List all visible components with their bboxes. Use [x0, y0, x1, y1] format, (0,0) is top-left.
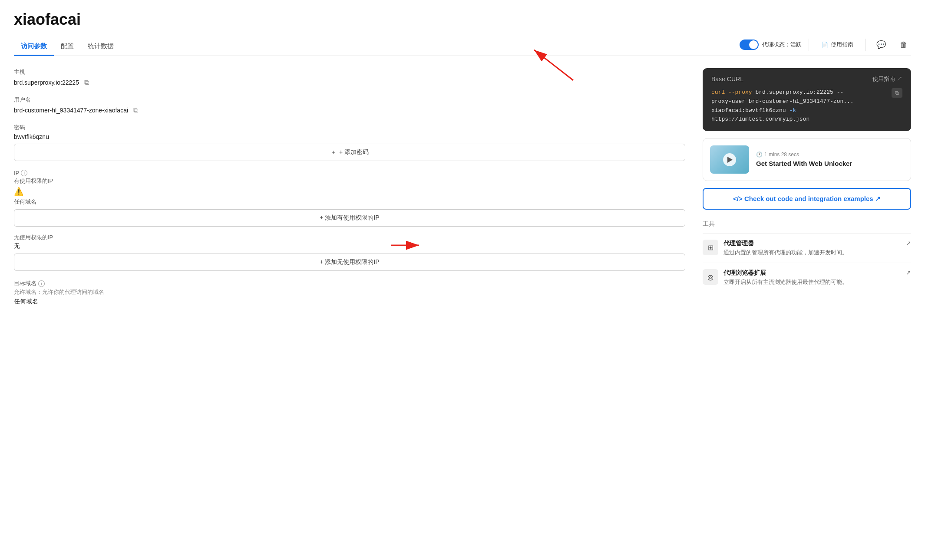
target-domain-label: 目标域名 i	[14, 280, 685, 287]
video-thumbnail	[710, 145, 749, 174]
tools-title: 工具	[703, 220, 911, 228]
tabs-bar: 访问参数 配置 统计数据 代理状态：活跃 📄 使用指南 💬 🗑	[14, 37, 911, 56]
video-title: Get Started With Web Unlocker	[756, 159, 904, 168]
proxy-manager-name: 代理管理器	[723, 240, 901, 247]
browser-ext-content: 代理浏览器扩展 立即开启从所有主流浏览器使用最佳代理的可能。	[723, 269, 901, 286]
add-allowed-ip-button[interactable]: + 添加有使用权限的IP	[14, 209, 685, 227]
browser-ext-arrow[interactable]: ↗	[906, 269, 911, 276]
username-value: brd-customer-hl_93341477-zone-xiaofacai	[14, 107, 128, 114]
ip-info-icon[interactable]: i	[21, 170, 27, 176]
curl-guide-link[interactable]: 使用指南 ↗	[872, 75, 902, 83]
ip-domain-value: 任何域名	[14, 198, 685, 206]
toggle-label: 代理状态：活跃	[762, 41, 802, 49]
video-card[interactable]: 🕐 1 mins 28 secs Get Started With Web Un…	[703, 138, 911, 181]
comment-icon: 💬	[876, 40, 886, 49]
username-copy-button[interactable]: ⧉	[132, 105, 140, 115]
target-domain-desc: 允许域名：允许你的代理访问的域名	[14, 288, 685, 296]
proxy-manager-desc: 通过内置的管理所有代理的功能，加速开发时间。	[723, 249, 901, 257]
comment-button[interactable]: 💬	[873, 37, 889, 52]
delete-icon: 🗑	[900, 40, 908, 49]
code-examples-button[interactable]: </> Check out code and integration examp…	[703, 188, 911, 210]
target-domain-section: 目标域名 i 允许域名：允许你的代理访问的域名 任何域名	[14, 280, 685, 306]
left-panel: 主机 brd.superproxy.io:22225 ⧉ 用户名 brd-cus…	[14, 68, 685, 306]
guide-button[interactable]: 📄 使用指南	[816, 38, 859, 51]
divider-2	[866, 39, 866, 51]
proxy-manager-icon: ⊞	[703, 240, 718, 255]
add-password-button[interactable]: ＋ + 添加密码	[14, 144, 685, 161]
host-label: 主机	[14, 68, 685, 76]
tools-section: 工具 ⊞ 代理管理器 通过内置的管理所有代理的功能，加速开发时间。 ↗ ◎ 代理…	[703, 220, 911, 292]
host-value-row: brd.superproxy.io:22225 ⧉	[14, 78, 685, 87]
ip-label: IP i	[14, 170, 685, 176]
page-container: xiaofacai 访问参数 配置 统计数据 代理状态：活跃 📄 使用指南 💬 …	[0, 0, 925, 316]
tool-proxy-manager: ⊞ 代理管理器 通过内置的管理所有代理的功能，加速开发时间。 ↗	[703, 233, 911, 263]
username-field-group: 用户名 brd-customer-hl_93341477-zone-xiaofa…	[14, 96, 685, 115]
curl-header: Base CURL 使用指南 ↗	[711, 75, 902, 83]
no-perm-label: 无使用权限的IP	[14, 234, 685, 241]
video-info: 🕐 1 mins 28 secs Get Started With Web Un…	[756, 152, 904, 168]
browser-ext-name: 代理浏览器扩展	[723, 269, 901, 277]
tab-access[interactable]: 访问参数	[14, 38, 54, 56]
browser-ext-icon: ◎	[703, 269, 718, 285]
tab-actions: 代理状态：活跃 📄 使用指南 💬 🗑	[740, 37, 911, 56]
tab-stats[interactable]: 统计数据	[81, 38, 121, 56]
username-label: 用户名	[14, 96, 685, 104]
password-label: 密码	[14, 124, 685, 132]
curl-line-2: proxy-user brd-customer-hl_93341477-zon.…	[711, 97, 902, 106]
curl-body: ⧉ curl --proxy brd.superproxy.io:22225 -…	[711, 88, 902, 124]
play-triangle-icon	[727, 157, 733, 163]
proxy-manager-arrow[interactable]: ↗	[906, 240, 911, 247]
content-area: 主机 brd.superproxy.io:22225 ⧉ 用户名 brd-cus…	[14, 68, 911, 306]
warning-icon: ⚠️	[14, 187, 685, 196]
username-value-row: brd-customer-hl_93341477-zone-xiaofacai …	[14, 105, 685, 115]
curl-line-3: xiaofacai:bwvtflk6qznu -k	[711, 106, 902, 115]
toggle-knob	[749, 40, 758, 49]
curl-title: Base CURL	[711, 76, 743, 82]
ip-section: IP i 有使用权限的IP ⚠️ 任何域名 + 添加有使用权限的IP 无使用权限…	[14, 170, 685, 271]
browser-ext-desc: 立即开启从所有主流浏览器使用最佳代理的可能。	[723, 278, 901, 286]
no-perm-value: 无	[14, 242, 685, 250]
add-no-perm-ip-button[interactable]: + 添加无使用权限的IP	[14, 254, 685, 271]
clock-icon: 🕐	[756, 152, 763, 158]
host-copy-button[interactable]: ⧉	[83, 78, 91, 87]
delete-button[interactable]: 🗑	[896, 38, 911, 52]
play-button-circle	[723, 153, 736, 166]
target-domain-value: 任何域名	[14, 298, 685, 306]
host-value: brd.superproxy.io:22225	[14, 79, 79, 86]
add-password-icon: ＋	[330, 148, 337, 156]
allowed-ip-label: 有使用权限的IP	[14, 177, 685, 185]
proxy-manager-content: 代理管理器 通过内置的管理所有代理的功能，加速开发时间。	[723, 240, 901, 257]
tool-browser-ext: ◎ 代理浏览器扩展 立即开启从所有主流浏览器使用最佳代理的可能。 ↗	[703, 263, 911, 292]
page-title: xiaofacai	[14, 10, 911, 29]
curl-line-4: https://lumtest.com/myip.json	[711, 115, 902, 124]
toggle-group: 代理状态：活跃	[740, 40, 802, 50]
right-panel: Base CURL 使用指南 ↗ ⧉ curl --proxy brd.supe…	[703, 68, 911, 306]
password-value: bwvtflk6qznu	[14, 133, 49, 140]
target-domain-info-icon[interactable]: i	[38, 280, 45, 287]
guide-icon: 📄	[821, 42, 828, 48]
curl-line-1: curl --proxy brd.superproxy.io:22225 --	[711, 88, 902, 97]
divider-1	[809, 39, 809, 51]
curl-card: Base CURL 使用指南 ↗ ⧉ curl --proxy brd.supe…	[703, 68, 911, 131]
proxy-status-toggle[interactable]	[740, 40, 759, 50]
tab-config[interactable]: 配置	[54, 38, 81, 56]
video-duration: 🕐 1 mins 28 secs	[756, 152, 904, 158]
password-field-group: 密码 bwvtflk6qznu ＋ + 添加密码	[14, 124, 685, 161]
host-field-group: 主机 brd.superproxy.io:22225 ⧉	[14, 68, 685, 87]
curl-copy-button[interactable]: ⧉	[892, 88, 902, 98]
